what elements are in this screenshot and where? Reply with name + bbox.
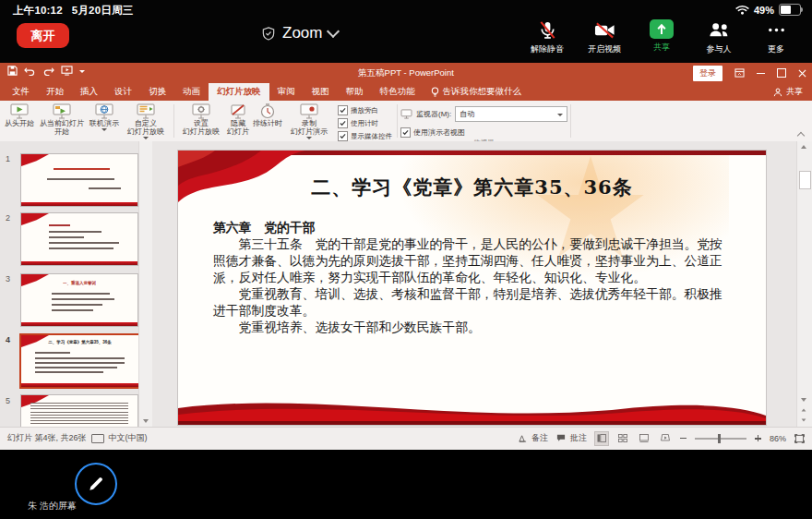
- slide-title[interactable]: 二、学习《党章》第六章35、36条: [178, 175, 766, 200]
- next-slide-button[interactable]: [798, 416, 808, 425]
- fit-to-window-icon[interactable]: [794, 434, 805, 443]
- slide-thumbnail-panel: 1 2 3 一、重温入党誓词 4: [0, 141, 153, 427]
- setup-slideshow-button[interactable]: 设置 幻灯片放映: [177, 103, 225, 137]
- zoom-out-button[interactable]: [680, 438, 687, 440]
- annotation-pencil-button[interactable]: [75, 463, 117, 505]
- scroll-down-button[interactable]: [140, 416, 150, 426]
- rehearse-timings-button[interactable]: 排练计时: [251, 103, 284, 128]
- group-monitors: 监视器(M): 自动 使用演示者视图 监视器: [398, 101, 570, 141]
- record-slideshow-icon: [300, 103, 318, 119]
- from-current-slide-button[interactable]: 从当前幻灯片 开始: [36, 103, 88, 137]
- tab-design[interactable]: 设计: [106, 83, 140, 101]
- more-button[interactable]: 更多: [747, 19, 805, 55]
- red-wave-decoration: [178, 390, 766, 425]
- setup-checkboxes: 播放旁白 使用计时 显示媒体控件: [334, 103, 394, 141]
- normal-view-button[interactable]: [595, 432, 608, 445]
- play-narrations-checkbox[interactable]: 播放旁白: [338, 105, 392, 115]
- quick-access-toolbar: [7, 66, 85, 76]
- from-beginning-icon: [10, 103, 29, 119]
- language-label[interactable]: 中文(中国): [109, 432, 148, 444]
- zoom-percent[interactable]: 86%: [770, 434, 786, 443]
- start-video-button[interactable]: 开启视频: [576, 19, 633, 55]
- monitor-select[interactable]: 自动: [455, 106, 567, 122]
- vertical-scrollbar[interactable]: [796, 141, 812, 427]
- tab-animations[interactable]: 动画: [174, 83, 209, 101]
- thumb-title: 一、重温入党誓词: [27, 280, 131, 284]
- record-slideshow-button[interactable]: 录制 幻灯片演示: [284, 103, 334, 140]
- tab-slideshow[interactable]: 幻灯片放映: [209, 83, 269, 101]
- redo-icon[interactable]: [42, 66, 54, 76]
- slide-sorter-view-button[interactable]: [616, 432, 629, 445]
- participants-button[interactable]: 参与人: [690, 19, 747, 55]
- notes-button[interactable]: 备注: [519, 432, 548, 444]
- tab-view[interactable]: 视图: [304, 83, 338, 101]
- wifi-icon: [735, 5, 749, 15]
- status-time-date: 上午10:125月20日周三: [13, 4, 133, 18]
- share-screen-button[interactable]: 共享: [633, 19, 690, 54]
- ribbon-display-options-icon[interactable]: [734, 68, 745, 78]
- lightbulb-icon: [431, 87, 439, 98]
- dropdown-arrow-icon: [102, 128, 107, 131]
- collapse-ribbon-icon[interactable]: [797, 130, 805, 138]
- tab-insert[interactable]: 插入: [72, 83, 106, 101]
- slide-paragraph: 党重视培养、选拔女干部和少数民族干部。: [213, 319, 733, 335]
- tab-file[interactable]: 文件: [4, 83, 38, 101]
- comments-button[interactable]: 批注: [556, 432, 587, 444]
- slide-thumbnail-2[interactable]: [20, 212, 138, 266]
- person-icon: [773, 88, 782, 97]
- slideshow-view-button[interactable]: [659, 432, 672, 445]
- scroll-up-button[interactable]: [798, 142, 808, 151]
- minimize-button[interactable]: [757, 73, 765, 74]
- group-separator: [570, 104, 571, 138]
- thumbnail-scrollbar[interactable]: [138, 141, 152, 427]
- tab-home[interactable]: 开始: [38, 83, 72, 101]
- reading-view-button[interactable]: [638, 432, 651, 445]
- scrollbar-thumb[interactable]: [799, 171, 811, 189]
- custom-slideshow-button[interactable]: 自定义 幻灯片放映: [121, 103, 171, 140]
- slide-body-text[interactable]: 第六章 党的干部 第三十五条 党的干部是党的事业的骨干，是人民的公仆，要做到忠诚…: [213, 219, 733, 335]
- slide-thumbnail-4-selected[interactable]: 二、学习《党章》第六章35、36条: [19, 333, 140, 389]
- tab-special-features[interactable]: 特色功能: [372, 83, 424, 101]
- checkbox-checked-icon: [338, 131, 348, 141]
- hide-slide-button[interactable]: 隐藏 幻灯片: [225, 103, 251, 137]
- previous-slide-button[interactable]: [798, 405, 808, 415]
- slide-thumbnail-5[interactable]: [20, 394, 138, 427]
- ribbon-share-button[interactable]: 共享: [773, 83, 812, 101]
- group-start-slideshow: 从头开始 从当前幻灯片 开始 联机演示: [0, 101, 173, 141]
- scroll-down-button[interactable]: [798, 395, 808, 404]
- meeting-title[interactable]: Zoom: [261, 24, 338, 42]
- close-button[interactable]: [798, 69, 806, 78]
- present-online-button[interactable]: 联机演示: [88, 103, 121, 132]
- from-beginning-button[interactable]: 从头开始: [3, 103, 36, 128]
- tell-me-box[interactable]: 告诉我你想要做什么: [424, 83, 530, 101]
- slide-thumbnail-1[interactable]: [20, 153, 138, 207]
- rehearse-timings-icon: [259, 103, 276, 119]
- signin-button[interactable]: 登录: [693, 66, 722, 81]
- use-timings-checkbox[interactable]: 使用计时: [338, 118, 392, 128]
- clock-text: 上午10:12: [13, 5, 63, 16]
- qat-dropdown-icon[interactable]: [79, 70, 85, 73]
- monitor-label: 监视器(M):: [416, 109, 451, 119]
- maximize-button[interactable]: [777, 68, 786, 78]
- use-presenter-view-checkbox[interactable]: 使用演示者视图: [400, 127, 465, 138]
- unmute-button[interactable]: 解除静音: [519, 19, 576, 55]
- zoom-slider[interactable]: [695, 438, 746, 440]
- undo-icon[interactable]: [24, 66, 36, 76]
- system-status: 49%: [735, 4, 801, 16]
- date-text: 5月20日周三: [72, 5, 134, 16]
- slide-thumbnail-3[interactable]: 一、重温入党誓词: [20, 273, 138, 327]
- save-icon[interactable]: [7, 66, 18, 76]
- start-slideshow-icon[interactable]: [61, 66, 73, 76]
- zoom-slider-thumb[interactable]: [718, 434, 721, 443]
- show-media-controls-checkbox[interactable]: 显示媒体控件: [338, 131, 392, 141]
- tab-review[interactable]: 审阅: [269, 83, 304, 101]
- thumb-number: 1: [6, 154, 10, 163]
- current-slide[interactable]: 二、学习《党章》第六章35、36条 第六章 党的干部 第三十五条 党的干部是党的…: [178, 151, 766, 425]
- leave-meeting-button[interactable]: 离开: [17, 23, 69, 48]
- zoom-in-button[interactable]: [755, 435, 761, 441]
- ribbon-tab-row: 文件 开始 插入 设计 切换 动画 幻灯片放映 审阅 视图 帮助 特色功能 告诉…: [0, 83, 812, 101]
- tab-transitions[interactable]: 切换: [140, 83, 174, 101]
- pencil-icon: [87, 475, 105, 493]
- tab-help[interactable]: 帮助: [338, 83, 372, 101]
- notes-icon: [519, 434, 527, 442]
